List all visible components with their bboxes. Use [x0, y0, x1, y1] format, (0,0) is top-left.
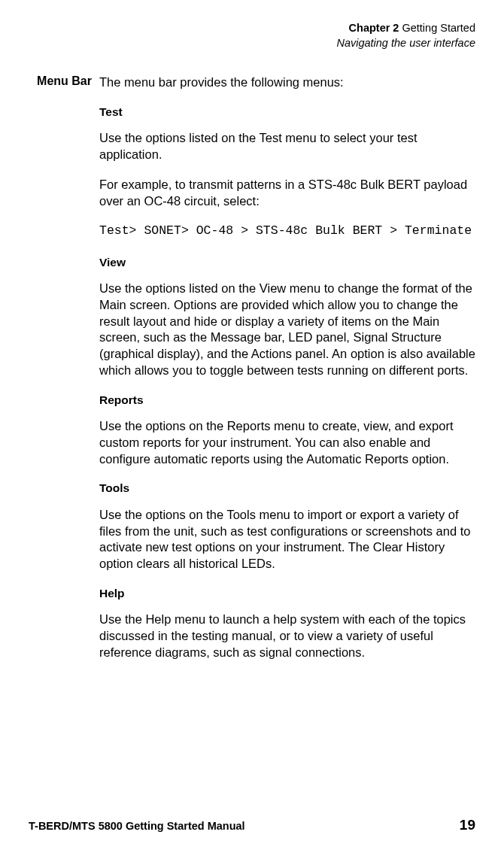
chapter-title: Getting Started	[402, 22, 475, 34]
reports-paragraph-1: Use the options on the Reports menu to c…	[99, 418, 475, 467]
section-heading-tools: Tools	[99, 481, 475, 496]
intro-paragraph: The menu bar provides the following menu…	[99, 74, 475, 91]
footer-page-number: 19	[460, 817, 475, 833]
test-paragraph-2: For example, to transmit patterns in a S…	[99, 177, 475, 210]
section-heading-help: Help	[99, 586, 475, 601]
chapter-label: Chapter 2	[349, 22, 399, 34]
section-heading-view: View	[99, 255, 475, 270]
page-header: Chapter 2 Getting Started Navigating the…	[29, 21, 475, 50]
page-footer: T-BERD/MTS 5800 Getting Started Manual 1…	[29, 817, 475, 833]
main-content: Menu Bar The menu bar provides the follo…	[29, 74, 475, 675]
view-paragraph-1: Use the options listed on the View menu …	[99, 281, 475, 379]
body-content: The menu bar provides the following menu…	[99, 74, 475, 675]
help-paragraph-1: Use the Help menu to launch a help syste…	[99, 612, 475, 660]
header-chapter-line: Chapter 2 Getting Started	[29, 21, 475, 36]
tools-paragraph-1: Use the options on the Tools menu to imp…	[99, 507, 475, 572]
side-heading-menu-bar: Menu Bar	[29, 74, 99, 88]
section-heading-test: Test	[99, 105, 475, 120]
header-subtitle: Navigating the user interface	[29, 36, 475, 51]
test-paragraph-1: Use the options listed on the Test menu …	[99, 130, 475, 163]
section-heading-reports: Reports	[99, 393, 475, 408]
test-code-path: Test> SONET> OC-48 > STS-48c Bulk BERT >…	[99, 223, 475, 239]
footer-manual-title: T-BERD/MTS 5800 Getting Started Manual	[29, 820, 245, 832]
